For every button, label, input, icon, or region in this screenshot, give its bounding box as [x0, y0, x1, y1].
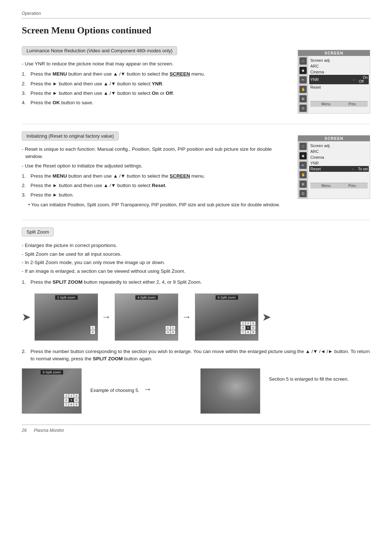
section3-step1: 1. Press the SPLIT ZOOM button repeatedl…: [22, 279, 370, 286]
section-divider1: [22, 124, 370, 124]
icon-square: □: [299, 143, 307, 150]
icon-hand: ✋: [299, 171, 307, 178]
arrow-right-icon2: →: [182, 311, 191, 323]
grid-cell: 8: [69, 402, 74, 407]
menu-item-cinema: Cinema: [310, 69, 368, 75]
icon-hand: ✋: [299, 86, 307, 93]
section-initializing: Initializing (Reset to original factory …: [22, 131, 370, 210]
menu-item-reset: Reset ► To set: [309, 166, 369, 172]
menu2-sidebar: □ ◉ ✏ ✋ ⊞ ⊡ Screen adj. ARC Cinema YNR R…: [298, 141, 370, 199]
icon-brush: ✏: [299, 76, 307, 84]
menu1-footer: Menu Prev.: [310, 101, 368, 107]
step-num: 1.: [22, 279, 28, 286]
menu-item-arc: ARC: [310, 149, 368, 154]
sz-image-9split: 9-Split zoom 1 2 3 4 5 6 7 8: [195, 293, 258, 341]
section1-step2: 2. Press the ► button and then use ▲ /▼ …: [22, 80, 289, 88]
sz-bullet4: If an image is enlarged, a section can b…: [22, 267, 370, 275]
step2-text: Press the number button corresponding to…: [30, 348, 370, 363]
step1-text: Press the MENU button and then use ▲ /▼ …: [30, 173, 205, 180]
grid-cell: 6: [74, 398, 79, 402]
section2-header: Initializing (Reset to original factory …: [22, 131, 119, 141]
menu1-items: Screen adj. ARC Cinema YNR ► ✓On Off: [308, 56, 370, 113]
grid-cell: 1: [64, 394, 69, 398]
sz-label-2: 2-Split zoom: [55, 295, 77, 300]
step-num: 1.: [22, 173, 28, 180]
sz-bullet3: In 2-Split Zoom mode, you can only move …: [22, 259, 370, 267]
grid-cell: 2: [90, 330, 95, 334]
step-num: 2.: [22, 182, 28, 189]
menu-item-screenadj: Screen adj.: [310, 57, 368, 63]
grid-cell: 8: [246, 330, 251, 334]
grid-cell: 4: [64, 398, 69, 402]
grid-cell: 1: [241, 321, 246, 325]
section1-list: Use YNR to reduce the picture noise that…: [22, 60, 289, 68]
top-divider: [22, 18, 370, 19]
section3-header: Split Zoom: [22, 227, 54, 236]
sz-label-9: 9-Split zoom: [215, 295, 238, 300]
sz-bullet1: Enlarges the picture in correct proporti…: [22, 242, 370, 250]
ynr-right: ► ✓On Off: [352, 76, 368, 84]
arrow-right-icon1: →: [102, 311, 111, 323]
ynr-arrow: ►: [352, 78, 356, 82]
section2-bullet1: Reset is unique to each function: Manual…: [22, 146, 289, 161]
step-num: 3.: [22, 90, 28, 97]
step3-text: Press the ► button and then use ▲ /▼ but…: [30, 90, 174, 97]
section2-step3: 3. Press the ► button.: [22, 191, 289, 199]
section2-step1: 1. Press the MENU button and then use ▲ …: [22, 173, 289, 180]
on-item: ✓On: [359, 76, 368, 80]
menu1-title: SCREEN: [298, 50, 370, 56]
step1-text: Press the SPLIT ZOOM button repeatedly t…: [30, 279, 202, 286]
sz-enlarged: [200, 368, 260, 414]
menu-diagram1-wrapper: SCREEN □ ◉ ✏ ✋ ⊞ ⊡ Screen adj. ARC Cinem…: [298, 46, 370, 114]
step4-text: Press the OK button to save.: [30, 99, 93, 106]
menu-item-ynr: YNR ► ✓On Off: [309, 75, 369, 84]
sz-small-9split: 9-Split zoom 1 2 3 4 5 6 7 8: [22, 368, 82, 414]
sz-grid-2: 1 2: [90, 325, 95, 335]
arrow-start: ➤: [22, 311, 31, 323]
reset-label: Reset: [310, 167, 321, 171]
section-luminance: Luminance Noise Reduction (Video and Com…: [22, 46, 370, 114]
footer-page: 26: [22, 428, 26, 433]
section1-content: Luminance Noise Reduction (Video and Com…: [22, 46, 289, 109]
bottom-divider: [22, 425, 370, 425]
footer-label: Plasma Monitor: [34, 428, 64, 433]
split-zoom-images: ➤ 2-Split zoom 1 2 →: [22, 293, 370, 341]
section3-step2: 2. Press the number button corresponding…: [22, 348, 370, 363]
icon-monitor: ⊡: [299, 105, 307, 112]
sz-grid-4: 1 2 3 4: [165, 325, 176, 335]
menu-diagram2-wrapper: SCREEN □ ◉ ✏ ✋ ⊞ ⊡ Screen adj. ARC Cinem…: [298, 131, 370, 199]
menu-spacer: [310, 172, 368, 183]
menu-item-arc: ARC: [310, 63, 368, 69]
section-divider2: [22, 220, 370, 220]
menu-diagram1: SCREEN □ ◉ ✏ ✋ ⊞ ⊡ Screen adj. ARC Cinem…: [298, 50, 370, 114]
sz-bg2: [35, 294, 98, 340]
grid-cell: 1: [90, 325, 95, 330]
enlarged-label: Section 5 is enlarged to fill the screen…: [269, 368, 370, 383]
grid-cell: 3: [74, 394, 79, 398]
grid-cell: 4: [171, 330, 176, 334]
off-item: Off: [359, 80, 368, 84]
grid-cell: 1: [166, 325, 171, 330]
icon-brush: ✏: [299, 162, 307, 169]
sz-small-label: 9-Split zoom: [40, 370, 63, 374]
step2-text: Press the ► button and then use ▲ /▼ but…: [30, 80, 164, 88]
page-title: Screen Menu Options continued: [22, 25, 370, 36]
menu2-items: Screen adj. ARC Cinema YNR Reset ► To se…: [308, 141, 370, 199]
menu2-footer: Menu Prev.: [310, 183, 368, 189]
step2-text: Press the ► button and then use ▲ /▼ but…: [30, 182, 167, 189]
step-num: 2.: [22, 348, 28, 363]
menu2-title: SCREEN: [298, 135, 370, 141]
sz-label-4: 4-Split zoom: [135, 295, 158, 300]
menu-item-screenadj: Screen adj.: [310, 143, 368, 149]
example-text: Example of choosing 5. →: [90, 368, 192, 396]
section-split-zoom: Split Zoom Enlarges the picture in corre…: [22, 227, 370, 414]
icon-grid: ⊞: [299, 181, 307, 188]
menu-footer-prev: Prev.: [348, 102, 357, 106]
icon-camera: ◉: [299, 152, 307, 159]
operation-label: Operation: [22, 11, 370, 16]
menu-spacer: [310, 90, 368, 101]
end-arrow-icon: ➤: [262, 311, 271, 323]
icon-camera: ◉: [299, 67, 307, 74]
grid-cell: 9: [251, 330, 256, 334]
menu1-sidebar: □ ◉ ✏ ✋ ⊞ ⊡ Screen adj. ARC Cinema YNR ►: [298, 56, 370, 113]
